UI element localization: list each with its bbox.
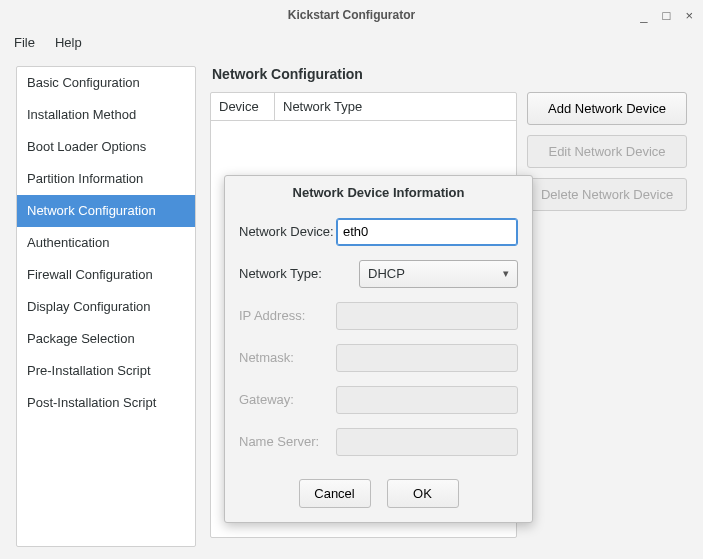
- table-header: Device Network Type: [211, 93, 516, 121]
- sidebar-item[interactable]: Partition Information: [17, 163, 195, 195]
- sidebar-item[interactable]: Display Configuration: [17, 291, 195, 323]
- row-netmask: Netmask:: [239, 343, 518, 372]
- menubar: File Help: [0, 30, 703, 54]
- button-column: Add Network Device Edit Network Device D…: [527, 92, 687, 211]
- ok-button[interactable]: OK: [387, 479, 459, 508]
- label-name-server: Name Server:: [239, 434, 336, 449]
- sidebar-item[interactable]: Installation Method: [17, 99, 195, 131]
- row-name-server: Name Server:: [239, 427, 518, 456]
- select-network-type[interactable]: DHCP ▾: [359, 260, 518, 288]
- sidebar-item[interactable]: Authentication: [17, 227, 195, 259]
- delete-network-device-button: Delete Network Device: [527, 178, 687, 211]
- dialog-actions: Cancel OK: [225, 473, 532, 522]
- select-network-type-value: DHCP: [368, 266, 405, 281]
- label-network-device: Network Device:: [239, 224, 336, 239]
- input-netmask: [336, 344, 518, 372]
- page-title: Network Configuration: [210, 66, 687, 82]
- minimize-button[interactable]: _: [640, 8, 647, 23]
- maximize-button[interactable]: □: [663, 8, 671, 23]
- edit-network-device-button: Edit Network Device: [527, 135, 687, 168]
- dialog-title: Network Device Information: [225, 176, 532, 209]
- chevron-down-icon: ▾: [503, 267, 509, 280]
- sidebar-item[interactable]: Package Selection: [17, 323, 195, 355]
- sidebar-item[interactable]: Basic Configuration: [17, 67, 195, 99]
- network-device-dialog: Network Device Information Network Devic…: [224, 175, 533, 523]
- sidebar-item[interactable]: Pre-Installation Script: [17, 355, 195, 387]
- sidebar-item[interactable]: Post-Installation Script: [17, 387, 195, 419]
- label-gateway: Gateway:: [239, 392, 336, 407]
- label-network-type: Network Type:: [239, 266, 359, 281]
- menu-file[interactable]: File: [6, 33, 43, 52]
- window-controls: _ □ ×: [640, 0, 693, 30]
- sidebar-item[interactable]: Boot Loader Options: [17, 131, 195, 163]
- input-network-device[interactable]: [336, 218, 518, 246]
- row-network-device: Network Device:: [239, 217, 518, 246]
- row-network-type: Network Type: DHCP ▾: [239, 259, 518, 288]
- label-netmask: Netmask:: [239, 350, 336, 365]
- close-button[interactable]: ×: [685, 8, 693, 23]
- column-header-device[interactable]: Device: [211, 93, 275, 120]
- sidebar: Basic ConfigurationInstallation MethodBo…: [16, 66, 196, 547]
- menu-help[interactable]: Help: [47, 33, 90, 52]
- sidebar-item[interactable]: Firewall Configuration: [17, 259, 195, 291]
- dialog-body: Network Device: Network Type: DHCP ▾ IP …: [225, 209, 532, 473]
- sidebar-item[interactable]: Network Configuration: [17, 195, 195, 227]
- window-title: Kickstart Configurator: [288, 8, 415, 22]
- row-ip-address: IP Address:: [239, 301, 518, 330]
- input-name-server: [336, 428, 518, 456]
- add-network-device-button[interactable]: Add Network Device: [527, 92, 687, 125]
- titlebar: Kickstart Configurator _ □ ×: [0, 0, 703, 30]
- input-gateway: [336, 386, 518, 414]
- row-gateway: Gateway:: [239, 385, 518, 414]
- column-header-network-type[interactable]: Network Type: [275, 93, 516, 120]
- label-ip-address: IP Address:: [239, 308, 336, 323]
- cancel-button[interactable]: Cancel: [299, 479, 371, 508]
- input-ip-address: [336, 302, 518, 330]
